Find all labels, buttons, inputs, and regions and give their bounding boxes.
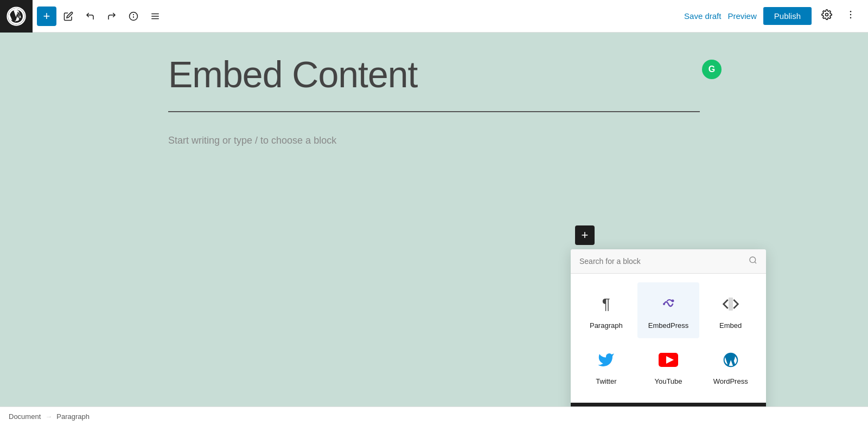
block-label-paragraph: Paragraph [590,321,623,330]
svg-point-8 [850,11,852,12]
info-button[interactable] [124,7,143,26]
block-item-embed[interactable]: Embed [699,282,762,338]
block-label-wordpress: WordPress [713,377,748,385]
block-label-youtube: YouTube [654,377,682,385]
toolbar-right: Save draft Preview Publish [684,7,868,25]
block-item-youtube[interactable]: YouTube [637,338,700,394]
block-item-twitter[interactable]: Twitter [575,338,637,394]
block-label-embed: Embed [719,321,742,330]
status-bar: Document → Paragraph [0,406,868,426]
youtube-icon [655,347,681,373]
search-icon [749,256,757,267]
toolbar: + Save draft Preview Publish [0,0,868,33]
svg-point-7 [826,14,828,16]
block-search-input[interactable] [579,257,749,266]
block-label-twitter: Twitter [596,377,616,385]
svg-point-13 [671,300,674,302]
redo-button[interactable] [102,7,122,26]
embed-icon [718,291,744,317]
add-block-toolbar-button[interactable]: + [37,7,56,26]
block-item-paragraph[interactable]: ¶ Paragraph [575,282,637,338]
add-block-floating-button[interactable]: + [575,225,595,245]
title-divider [168,111,700,112]
post-title[interactable]: Embed Content [168,54,700,95]
editor-area: G Embed Content Start writing or type / … [0,33,868,426]
block-item-embedpress[interactable]: EmbedPress [637,282,700,338]
block-placeholder[interactable]: Start writing or type / to choose a bloc… [168,128,700,153]
grammarly-icon: G [702,60,722,79]
svg-line-12 [755,262,756,263]
embedpress-icon [655,291,681,317]
twitter-icon [593,347,619,373]
block-picker-popup: ¶ Paragraph EmbedPress [571,249,766,426]
svg-point-9 [850,14,852,16]
wp-logo [0,0,33,33]
undo-button[interactable] [80,7,100,26]
toolbar-left: + [33,7,169,26]
wordpress-icon [718,347,744,373]
publish-button[interactable]: Publish [763,7,812,25]
list-view-button[interactable] [145,7,165,26]
svg-rect-15 [729,298,733,311]
status-separator: → [45,412,52,421]
svg-point-10 [850,17,852,19]
block-search-area [571,249,766,274]
paragraph-icon: ¶ [593,291,619,317]
editor-content: G Embed Content Start writing or type / … [92,54,776,153]
svg-point-11 [750,257,756,263]
save-draft-button[interactable]: Save draft [684,11,721,21]
block-grid: ¶ Paragraph EmbedPress [571,274,766,403]
status-document: Document [9,412,41,421]
block-item-wordpress[interactable]: WordPress [699,338,762,394]
more-options-icon[interactable] [842,7,859,25]
svg-point-14 [663,303,665,305]
status-context: Paragraph [56,412,90,421]
settings-icon[interactable] [818,7,835,25]
edit-icon[interactable] [59,7,78,26]
block-label-embedpress: EmbedPress [648,321,688,330]
preview-button[interactable]: Preview [727,11,756,21]
